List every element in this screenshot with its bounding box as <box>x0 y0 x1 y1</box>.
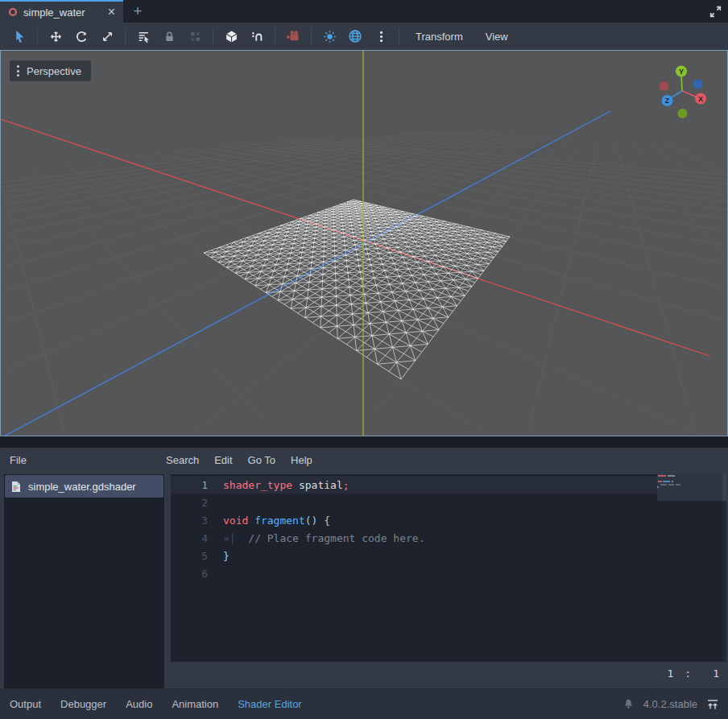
help-menu[interactable]: Help <box>291 454 312 466</box>
shader-code-editor[interactable]: 1shader_type spatial;23void fragment() {… <box>171 474 725 662</box>
transform-menu[interactable]: Transform <box>404 31 474 43</box>
dock-tab-output[interactable]: Output <box>0 698 51 710</box>
viewport-scene <box>1 51 727 436</box>
line-number: 4 <box>171 532 208 544</box>
panel-splitter[interactable] <box>0 436 728 448</box>
line-number: 5 <box>171 550 208 562</box>
code-line[interactable]: 4»| // Place fragment code here. <box>171 529 725 547</box>
minimap-mark <box>668 484 674 486</box>
code-line[interactable]: 5} <box>171 547 725 564</box>
edit-menu[interactable]: Edit <box>214 454 232 466</box>
minimap[interactable] <box>657 474 722 501</box>
code-line[interactable]: 2 <box>171 494 725 511</box>
axis-z-label: Z <box>665 97 670 105</box>
code-text: »| // Place fragment code here. <box>223 532 424 544</box>
perspective-menu[interactable]: Perspective <box>10 60 91 81</box>
lock-object-icon[interactable] <box>159 27 179 46</box>
line-number: 2 <box>171 497 208 509</box>
dock-tab-animation[interactable]: Animation <box>162 698 228 710</box>
scale-tool-icon[interactable] <box>97 27 117 46</box>
notification-bell-icon[interactable] <box>623 698 635 710</box>
toolbar-separator <box>311 27 312 45</box>
cursor-line: 1 <box>668 667 674 680</box>
mesh-cube-icon[interactable] <box>221 27 241 46</box>
axis-neg-x-ball[interactable] <box>660 81 669 91</box>
3d-viewport[interactable]: Perspective Y X Z <box>0 50 728 436</box>
toggle-fullscreen-icon[interactable] <box>709 5 722 19</box>
shader-file-circle-icon <box>9 8 17 16</box>
code-line[interactable]: 6 <box>171 564 725 582</box>
goto-menu[interactable]: Go To <box>248 454 275 466</box>
line-number: 1 <box>171 479 208 491</box>
code-text: shader_type spatial; <box>223 479 350 491</box>
view-menu[interactable]: View <box>474 31 519 43</box>
file-menu[interactable]: File <box>0 454 166 466</box>
close-tab-icon[interactable]: × <box>106 6 117 19</box>
minimap-mark <box>676 484 680 486</box>
dock-tab-shader-editor[interactable]: Shader Editor <box>228 698 312 710</box>
tab-title: simple_water <box>23 6 100 19</box>
select-tool-icon[interactable] <box>10 27 29 46</box>
bottom-dock-bar: OutputDebuggerAudioAnimationShader Edito… <box>0 688 728 719</box>
spatial-toolbar: Transform View <box>0 23 728 50</box>
camera-preview-icon[interactable] <box>283 27 303 46</box>
minimap-mark <box>672 481 673 482</box>
shader-file-list: simple_water.gdshader <box>4 474 164 688</box>
perspective-label: Perspective <box>27 65 81 77</box>
code-line[interactable]: 3void fragment() { <box>171 511 725 529</box>
snap-magnet-icon[interactable] <box>247 27 267 46</box>
toolbar-separator <box>399 27 399 45</box>
new-tab-button[interactable]: + <box>123 0 152 23</box>
rotate-tool-icon[interactable] <box>72 27 91 46</box>
minimap-mark <box>657 486 659 488</box>
code-line[interactable]: 1shader_type spatial; <box>171 476 725 494</box>
file-list-item-selected[interactable]: simple_water.gdshader <box>5 475 163 498</box>
scene-tab-bar: simple_water × + <box>0 0 728 23</box>
godot-editor-window: simple_water × + <box>0 0 728 719</box>
minimap-mark <box>668 475 675 477</box>
move-tool-icon[interactable] <box>46 27 65 46</box>
toolbar-separator <box>275 27 275 45</box>
version-label: 4.0.2.stable <box>643 698 697 710</box>
minimap-mark <box>660 484 667 486</box>
code-text: void fragment() { <box>223 514 330 527</box>
code-text: } <box>223 550 230 562</box>
search-menu[interactable]: Search <box>166 454 199 466</box>
toolbar-separator <box>213 27 213 45</box>
toolbar-separator <box>125 27 126 45</box>
editor-scrollbar[interactable] <box>722 474 726 662</box>
dock-tab-audio[interactable]: Audio <box>116 698 162 710</box>
extra-options-kebab-icon[interactable] <box>371 27 391 46</box>
dock-tab-debugger[interactable]: Debugger <box>51 698 116 710</box>
axis-gizmo[interactable]: Y X Z <box>647 62 720 126</box>
axis-y-label: Y <box>679 68 684 76</box>
expand-bottom-panel-icon[interactable] <box>706 698 719 711</box>
select-mode-list-icon[interactable] <box>134 27 153 46</box>
line-number: 6 <box>171 568 208 580</box>
preview-sunlight-icon[interactable] <box>320 27 339 46</box>
cursor-column: 1 <box>713 667 719 680</box>
scene-tab-simple-water[interactable]: simple_water × <box>0 0 123 23</box>
line-number: 3 <box>171 514 208 527</box>
shader-menu-row: File Search Edit Go To Help <box>0 448 728 472</box>
perspective-kebab-icon <box>17 65 19 76</box>
cursor-position-indicator: 1 : 1 <box>668 667 719 680</box>
group-object-icon[interactable] <box>185 27 205 46</box>
toolbar-separator <box>37 27 38 45</box>
shader-file-icon <box>10 481 22 493</box>
minimap-mark <box>663 481 670 482</box>
axis-neg-y-ball[interactable] <box>678 109 688 118</box>
axis-neg-z-ball[interactable] <box>693 80 703 89</box>
axis-x-label: X <box>698 95 703 103</box>
minimap-mark <box>658 481 662 482</box>
shader-editor-panel: File Search Edit Go To Help simple_water… <box>0 448 728 719</box>
preview-environment-icon[interactable] <box>345 27 365 46</box>
file-name: simple_water.gdshader <box>28 481 136 493</box>
minimap-mark <box>658 475 666 477</box>
